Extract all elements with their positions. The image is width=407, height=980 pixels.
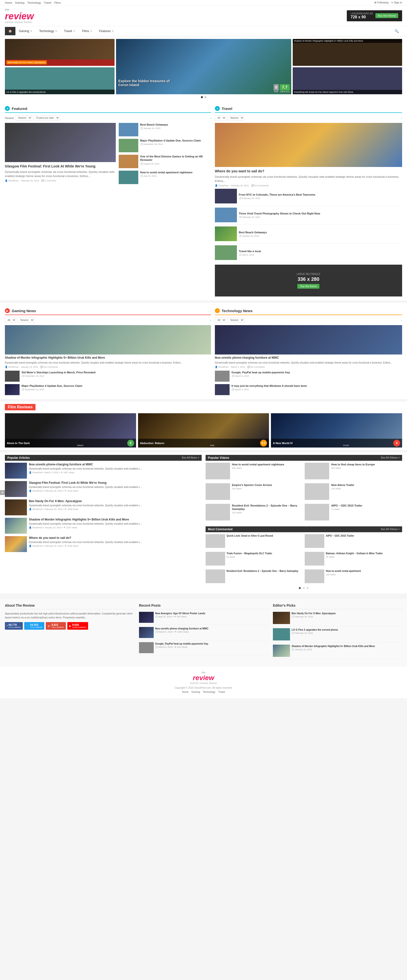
vid-title-4: Resident Evil: Revelations 2 – Episode O… <box>232 504 303 511</box>
recent-post-0[interactable]: New Avengers: Age Of Ultron Poster Lands… <box>139 612 268 625</box>
gaming-article-0[interactable]: Sid Meier's Starships Launching in March… <box>5 371 211 382</box>
topbar-gaming[interactable]: Gaming <box>15 1 24 4</box>
vid-item-2[interactable]: Empire's Spectre Cover Arrives 234 views <box>205 483 303 500</box>
tech-main-title[interactable]: Ikea unveils phone-charging furniture at… <box>215 356 402 360</box>
popular-articles-title: Popular Articles <box>7 456 30 460</box>
vid-item-0[interactable]: How to avoid rental apartment nightmare … <box>205 463 303 479</box>
gaming-filter-all[interactable]: All <box>5 318 16 323</box>
travel-filter-all[interactable]: All <box>215 115 226 121</box>
nav-technology[interactable]: Technology ▼ <box>36 26 61 36</box>
tech-main-desc: Dynamically brand synergistic schemas vi… <box>215 361 402 364</box>
vid-item-1[interactable]: How to find cheap fares to Europe 443 vi… <box>305 463 402 479</box>
film-item-1[interactable]: Abduction: Reborn 6.2 FAIR <box>138 413 269 447</box>
nav-features[interactable]: Features ▼ <box>96 26 117 36</box>
topbar-home[interactable]: Home <box>5 1 12 4</box>
travel-more[interactable]: › <box>401 116 402 119</box>
hero-item-main[interactable]: Explore the hidden treasures ofCoron Isl… <box>116 39 291 94</box>
footer-link-travel[interactable]: Travel <box>218 690 225 693</box>
page-dot-3[interactable] <box>307 587 308 589</box>
hero-dot-2[interactable] <box>204 96 206 98</box>
travel-item-0[interactable]: From NYC to Colorado, These are America'… <box>215 189 402 206</box>
buy-theme-button[interactable]: Buy this theme <box>375 13 398 18</box>
tech-article-0[interactable]: Google, PayPal heat up mobile-payments f… <box>215 371 402 382</box>
travel-item-info-1: Three Vivid Travel Photography Shows to … <box>239 212 320 218</box>
pop-article-1[interactable]: Glasgow Film Festival: First Look At Whi… <box>5 481 202 497</box>
twitter-btn[interactable]: 🐦 54,353 FOLLOWERS <box>24 622 44 630</box>
vid-item-4[interactable]: Resident Evil: Revelations 2 – Episode O… <box>205 504 303 520</box>
gaming-filter-newest[interactable]: Newest <box>17 318 34 323</box>
facebook-btn[interactable]: f 68,778 FOLLOWERS <box>5 622 23 630</box>
tech-filter-all[interactable]: All <box>215 318 226 323</box>
topbar-travel[interactable]: Travel <box>44 1 51 4</box>
following-link[interactable]: ⊕ Following <box>374 1 389 4</box>
settings-icon[interactable]: ⚙ <box>0 490 5 495</box>
signin-link[interactable]: ↪ Sign in <box>391 1 402 4</box>
featured-main-title[interactable]: Glasgow Film Festival: First Look At Whi… <box>5 164 116 169</box>
nav-travel[interactable]: Travel ▼ <box>61 26 79 36</box>
popular-videos-see-all[interactable]: See All Videos > <box>381 457 400 459</box>
filter-date-select[interactable]: Posted any date <box>33 115 60 121</box>
pop-article-4[interactable]: Where do you want to sail do? Dynamicall… <box>5 536 202 552</box>
footer-link-technology[interactable]: Technology <box>203 690 215 693</box>
gaming-article-1[interactable]: Major PlayStation 4 Update Due, Sources … <box>5 384 211 395</box>
youtube-btn[interactable]: ▶ 8,658 SUBSCRIBERS <box>67 622 88 630</box>
film-score-label-1: FAIR <box>210 444 215 447</box>
commented-item-0[interactable]: Quick Look: Dead or Alive 5 Last Round <box>205 534 303 548</box>
travel-item-1[interactable]: Three Vivid Travel Photography Shows to … <box>215 208 402 224</box>
nav-gaming[interactable]: Gaming ▼ <box>16 26 36 36</box>
page-dot-1[interactable] <box>299 587 301 589</box>
commented-item-5[interactable]: How to avoid rental apartment 148 views <box>305 570 402 583</box>
hero-item-2[interactable]: LG G Flex 2 upgrades the curved phone <box>5 67 114 94</box>
featured-thumb-0 <box>119 123 138 136</box>
film-item-2[interactable]: A New World IV 4 POOR <box>271 413 402 447</box>
hero-item-3[interactable]: Shadow of Mordor Infographic Highlights … <box>293 39 402 66</box>
nav-home-button[interactable]: 🏠 <box>5 27 16 35</box>
nav-search-button[interactable]: 🔍 <box>391 26 402 36</box>
travel-main-title[interactable]: Where do you want to sail do? <box>215 169 402 173</box>
gaming-more[interactable]: › <box>210 319 211 322</box>
pop-article-0[interactable]: Ikea unveils phone-charging furniture at… <box>5 463 202 479</box>
hero-dot-1[interactable] <box>201 96 203 98</box>
vid-item-5[interactable]: AIPO – GDC 2015 Trailer 71 views <box>305 504 402 520</box>
gaming-main-title[interactable]: Shadow of Mordor Infographic Highlights … <box>5 356 211 360</box>
featured-article-1[interactable]: Major PlayStation 4 Update Due, Sources … <box>119 139 211 152</box>
commented-item-3[interactable]: Batman: Arkham Knight – Gotham Is Mine T… <box>305 552 402 566</box>
nav-films[interactable]: Films ▼ <box>79 26 96 36</box>
pop-article-3[interactable]: Shadow of Mordor Infographic Highlights … <box>5 518 202 534</box>
editor-pick-1[interactable]: LG G Flex 2 upgrades the curved phone 🕐 … <box>273 628 402 643</box>
tech-filter-newest[interactable]: Newest <box>227 318 244 323</box>
commented-item-4[interactable]: Resident Evil: Revelations 2 – Episode O… <box>205 570 303 583</box>
popular-articles-see-all[interactable]: See All News > <box>182 457 199 459</box>
topbar-films[interactable]: Films <box>54 1 61 4</box>
hero-item-1[interactable]: Ben Hardy On For X-Men: Apocalypse <box>5 39 114 66</box>
commented-item-2[interactable]: Trials Fusion – Megalopolis DLC Trailer … <box>205 552 303 566</box>
google-btn[interactable]: g+ 8,921 FOLLOWERS <box>46 622 66 630</box>
film-item-0[interactable]: Alone In The Dark 8 GREAT <box>5 413 136 447</box>
featured-article-2[interactable]: One of the Most Divisive Games Is Gettin… <box>119 155 211 168</box>
page-dot-2[interactable] <box>303 587 305 589</box>
filter-newest-select[interactable]: Newest Oldest <box>16 115 32 121</box>
hero-item-4[interactable]: Everything We Know So Far About Capcom's… <box>293 67 402 94</box>
travel-filter-newest[interactable]: Newest <box>227 115 244 121</box>
featured-article-3[interactable]: How to avoid rental apartment nightmare … <box>119 171 211 184</box>
commented-item-1[interactable]: AIPO – GDC 2015 Trailer <box>305 534 402 548</box>
topbar-technology[interactable]: Technology <box>27 1 41 4</box>
editor-pick-0[interactable]: Ben Hardy On For X-Men: Apocalypse 🕐 Feb… <box>273 612 402 626</box>
editor-pick-2[interactable]: Shadow of Mordor Infographic Highlights … <box>273 644 402 659</box>
most-commented-see-all[interactable]: See All Videos > <box>381 528 400 531</box>
travel-item-2[interactable]: Best Beach Getaways 🕐 January 15, 2015 <box>215 226 402 243</box>
tech-more[interactable]: › <box>401 319 402 322</box>
footer-link-gaming[interactable]: Gaming <box>191 690 200 693</box>
gaming-title-0: Sid Meier's Starships Launching in March… <box>22 371 211 374</box>
tech-article-1[interactable]: It may just be everything that Windows 8… <box>215 384 402 395</box>
recent-post-2[interactable]: Google, PayPal heat up mobile-payments f… <box>139 642 268 655</box>
vid-item-3[interactable]: New Aliens Trailer 143 views <box>305 483 402 500</box>
pop-article-2[interactable]: Ben Hardy On For X-Men: Apocalypse Dynam… <box>5 500 202 515</box>
recent-post-1[interactable]: Ikea unveils phone-charging furniture at… <box>139 627 268 640</box>
travel-item-3[interactable]: Travel like a local 🕐 July 9, 2014 <box>215 245 402 262</box>
footer-link-home[interactable]: Home <box>182 690 189 693</box>
ad-buy-btn[interactable]: Buy this theme <box>297 284 320 289</box>
popular-grid: Popular Articles See All News > Ikea unv… <box>5 455 402 591</box>
featured-article-0[interactable]: Best Beach Getaways 🕐 January 18, 2015 <box>119 123 211 136</box>
featured-more[interactable]: › <box>210 116 211 119</box>
